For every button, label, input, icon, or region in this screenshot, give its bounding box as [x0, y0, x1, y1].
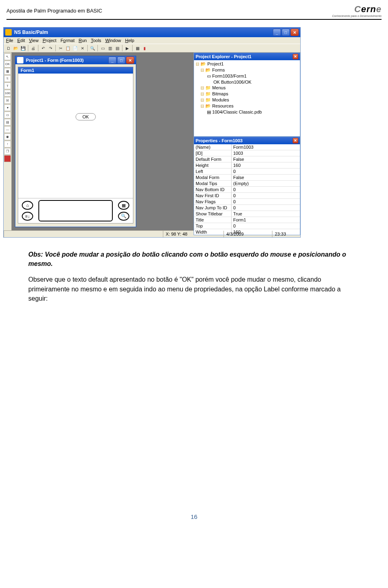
properties-title: Properties - Form1003 [196, 138, 242, 143]
property-row[interactable]: TitleForm1 [194, 217, 300, 223]
body-text: Obs: Você pode mudar a posição do botão … [28, 250, 360, 303]
menu-file[interactable]: File [6, 38, 13, 43]
minimize-button[interactable]: _ [273, 29, 281, 36]
print-icon[interactable]: 🖨 [30, 45, 36, 51]
pointer-tool[interactable]: ↖ [4, 53, 11, 60]
graffiti-area[interactable] [38, 200, 113, 221]
paragraph-obs: Obs: Você pode mudar a posição do botão … [28, 250, 360, 268]
property-row[interactable]: Show TitlebarTrue [194, 211, 300, 217]
label-tool[interactable]: T [4, 82, 11, 89]
new-icon[interactable]: 🗋 [5, 45, 12, 51]
misc-tool[interactable]: ❐ [4, 148, 11, 155]
ide-screenshot: NS Basic/Palm _ □ ✕ File Edit View Proje… [3, 27, 301, 238]
slider-tool[interactable]: ↑ [4, 141, 11, 148]
properties-close-button[interactable]: ✕ [293, 138, 298, 143]
property-row[interactable]: Default FormFalse [194, 156, 300, 162]
property-row[interactable]: (Name)Form1003 [194, 144, 300, 150]
save-icon[interactable]: 💾 [20, 45, 26, 51]
menu-project[interactable]: Project [42, 38, 56, 43]
close-button[interactable]: ✕ [291, 29, 299, 36]
field-tool[interactable]: ▭ [4, 112, 11, 118]
tree-node[interactable]: ▤ 1004/Classic Classic.pdb [196, 109, 298, 115]
tree-node[interactable]: OK Button1006/OK [196, 79, 298, 85]
app-title: NS Basic/Palm [14, 30, 272, 35]
menu-format[interactable]: Format [61, 38, 75, 43]
property-row[interactable]: Nav First ID0 [194, 193, 300, 199]
cut-icon[interactable]: ✂ [57, 45, 64, 51]
delete-icon[interactable]: ✕ [79, 45, 86, 51]
ok-button[interactable]: OK [76, 113, 96, 120]
paragraph-2: Observe que o texto default apresentado … [28, 275, 360, 303]
form-grid[interactable]: OK [18, 74, 133, 198]
tree-node[interactable]: ▭ Form1003/Form1 [196, 73, 298, 79]
property-row[interactable]: Nav Jump To ID0 [194, 205, 300, 211]
menu-run[interactable]: Run [78, 38, 86, 43]
num-tool[interactable]: 100 [4, 90, 11, 97]
child-icon [17, 57, 23, 63]
run-icon[interactable]: ▶ [124, 45, 131, 51]
tool1-icon[interactable]: ▦ [134, 45, 141, 51]
project-tree[interactable]: ⊟ 📂 Project1⊟ 📂 Forms▭ Form1003/Form1OK … [194, 60, 300, 136]
property-row[interactable]: Height160 [194, 162, 300, 169]
db-icon[interactable]: ▤ [114, 45, 120, 51]
module-icon[interactable]: ▥ [107, 45, 113, 51]
text-tool[interactable]: T: [4, 75, 11, 82]
grid-tool[interactable]: ▦ [4, 68, 11, 75]
open-icon[interactable]: 📂 [13, 45, 19, 51]
color-tool[interactable] [4, 155, 11, 162]
menu-window[interactable]: Window [105, 38, 121, 43]
menu-view[interactable]: View [29, 38, 39, 43]
main-titlebar: NS Basic/Palm _ □ ✕ [4, 27, 300, 37]
tree-node[interactable]: ⊟ 📂 Forms [196, 67, 298, 73]
tool2-icon[interactable]: ▮ [141, 45, 148, 51]
home-icon[interactable]: ⌂ [22, 201, 33, 210]
undo-icon[interactable]: ↶ [40, 45, 46, 51]
line-tool[interactable]: — [4, 126, 11, 133]
property-row[interactable]: Top0 [194, 223, 300, 229]
child-maximize-button[interactable]: □ [117, 57, 125, 64]
tree-node[interactable]: ⊟ 📁 Modules [196, 97, 298, 103]
child-titlebar: Project1 - Form (Form1003) _ □ ✕ [15, 56, 136, 64]
child-minimize-button[interactable]: _ [108, 57, 116, 64]
form-icon[interactable]: ▭ [99, 45, 106, 51]
button-tool[interactable]: OK [4, 61, 11, 67]
property-row[interactable]: Nav Bottom ID0 [194, 187, 300, 193]
combo-tool[interactable]: ▾ [4, 104, 11, 111]
property-row[interactable]: Left0 [194, 169, 300, 175]
child-title: Project1 - Form (Form1003) [26, 58, 108, 63]
form-title: Form1 [18, 67, 133, 74]
property-row[interactable]: Modal Tips(Empty) [194, 181, 300, 187]
property-row[interactable]: Modal FormFalse [194, 175, 300, 181]
menu-icon[interactable]: ≡↓ [22, 212, 33, 221]
find-icon[interactable]: 🔍 [89, 45, 96, 51]
app-icon [5, 29, 12, 36]
check-tool[interactable]: ☒ [4, 97, 11, 104]
list-tool[interactable]: ▤ [4, 119, 11, 126]
properties-grid[interactable]: (Name)Form1003[ID]1003Default FormFalseH… [194, 144, 300, 235]
property-row[interactable]: [ID]1003 [194, 150, 300, 156]
tree-node[interactable]: ⊟ 📂 Project1 [196, 61, 298, 67]
toolbar: 🗋 📂 💾 🖨 ↶ ↷ ✂ 📋 📄 ✕ 🔍 ▭ ▥ ▤ ▶ ▦ ▮ [4, 44, 300, 53]
paste-icon[interactable]: 📄 [72, 45, 78, 51]
tree-node[interactable]: ⊟ 📁 Bitmaps [196, 91, 298, 97]
right-panels: Project Explorer - Project1 ✕ ⊟ 📂 Projec… [194, 53, 300, 230]
page-header: Apostila de Palm Programado em BASIC Cer… [0, 0, 388, 19]
explorer-close-button[interactable]: ✕ [293, 54, 298, 59]
radio-tool[interactable]: ◉ [4, 133, 11, 140]
redo-icon[interactable]: ↷ [47, 45, 54, 51]
explorer-title: Project Explorer - Project1 [196, 54, 251, 59]
child-close-button[interactable]: ✕ [126, 57, 134, 64]
workspace: ↖ OK ▦ T: T 100 ☒ ▾ ▭ ▤ — ◉ ↑ ❐ Project1… [4, 53, 300, 230]
mdi-area: Project1 - Form (Form1003) _ □ ✕ Form1 O… [12, 53, 194, 230]
tree-node[interactable]: ⊟ 📂 Resources [196, 103, 298, 109]
find-silk-icon[interactable]: 🔍 [118, 212, 129, 221]
menu-help[interactable]: Help [125, 38, 135, 43]
calc-icon[interactable]: ▦ [118, 201, 129, 210]
copy-icon[interactable]: 📋 [65, 45, 71, 51]
menu-edit[interactable]: Edit [17, 38, 25, 43]
maximize-button[interactable]: □ [282, 29, 290, 36]
property-row[interactable]: Nav Flags0 [194, 199, 300, 205]
menu-tools[interactable]: Tools [91, 38, 101, 43]
tree-node[interactable]: ⊟ 📁 Menus [196, 85, 298, 91]
doc-title: Apostila de Palm Programado em BASIC [6, 8, 102, 14]
